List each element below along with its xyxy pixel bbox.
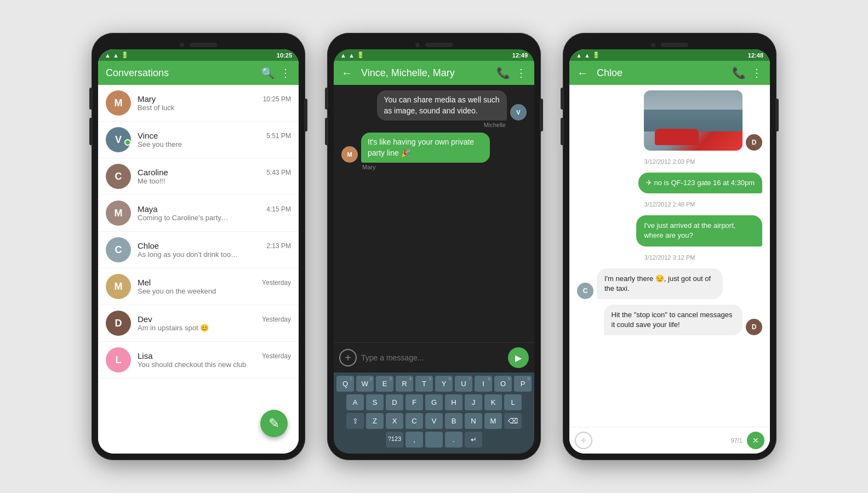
- send-button-2[interactable]: ▶: [508, 347, 529, 368]
- key-return[interactable]: ↵: [465, 432, 482, 448]
- chat-title-3: Chloe: [597, 67, 727, 79]
- key-symbols[interactable]: ?123: [386, 432, 403, 448]
- key-y[interactable]: 6Y: [435, 376, 453, 392]
- key-k[interactable]: K: [484, 394, 502, 410]
- key-w[interactable]: 2W: [356, 376, 374, 392]
- key-space[interactable]: [425, 432, 443, 448]
- conversation-item-caroline[interactable]: C Caroline 5:43 PM Me too!!!: [98, 158, 299, 195]
- conversation-item-maya[interactable]: M Maya 4:15 PM Coming to Caroline's part…: [98, 195, 299, 232]
- key-n[interactable]: N: [465, 413, 482, 429]
- key-i[interactable]: 8I: [475, 376, 492, 392]
- key-e[interactable]: 3E: [376, 376, 393, 392]
- wifi-icon-1: ▲: [113, 52, 119, 59]
- key-j[interactable]: J: [465, 394, 482, 410]
- message-input-2[interactable]: [361, 353, 504, 362]
- conv-preview-vince: See you there: [138, 140, 291, 148]
- power-button-1[interactable]: [304, 99, 307, 131]
- key-v[interactable]: V: [425, 413, 443, 429]
- chat-input-area-2: + ▶: [334, 342, 534, 372]
- key-d[interactable]: D: [386, 394, 403, 410]
- conversation-item-mel[interactable]: M Mel Yesterday See you on the weekend: [98, 268, 299, 305]
- conv-info-chloe: Chloe 2:13 PM As long as you don't drink…: [138, 241, 291, 259]
- message-row-michelle: You can share media as well such as imag…: [341, 90, 527, 121]
- volume-down-3[interactable]: [561, 118, 564, 145]
- avatar-caroline: C: [106, 164, 131, 189]
- power-button-2[interactable]: [540, 99, 543, 131]
- volume-up-3[interactable]: [561, 88, 564, 110]
- volume-down-1[interactable]: [89, 118, 93, 145]
- toolbar-1: Conversations 🔍 ⋮: [98, 61, 299, 85]
- avatar-chloe: C: [106, 237, 131, 262]
- key-period[interactable]: .: [445, 432, 462, 448]
- key-f[interactable]: F: [406, 394, 423, 410]
- conversation-item-chloe[interactable]: C Chloe 2:13 PM As long as you don't dri…: [98, 232, 299, 268]
- back-button-2[interactable]: ←: [341, 67, 352, 79]
- key-b[interactable]: B: [445, 413, 462, 429]
- conv-info-lisa: Lisa Yesterday You should checkout this …: [138, 351, 291, 369]
- conv-preview-maya: Coming to Caroline's party…: [138, 214, 291, 222]
- key-h[interactable]: H: [445, 394, 462, 410]
- volume-down-2[interactable]: [325, 118, 328, 145]
- compose-fab[interactable]: ✎: [260, 410, 288, 437]
- conv-preview-dev: Am in upstairs spot 😊: [138, 324, 291, 332]
- conversation-item-dev[interactable]: D Dev Yesterday Am in upstairs spot 😊: [98, 305, 299, 342]
- conversation-item-vince[interactable]: V Vince 5:51 PM See you there: [98, 122, 299, 158]
- menu-icon-1[interactable]: ⋮: [280, 66, 291, 79]
- key-a[interactable]: A: [346, 394, 364, 410]
- key-u[interactable]: 7U: [455, 376, 472, 392]
- key-p[interactable]: 0P: [514, 376, 532, 392]
- volume-up-2[interactable]: [325, 88, 328, 110]
- avatar-mel: M: [106, 274, 131, 299]
- attach-button[interactable]: +: [339, 349, 357, 366]
- key-l[interactable]: L: [504, 394, 522, 410]
- keyboard-row-4: ?123 , . ↵: [336, 432, 532, 448]
- msg-row-image: D: [577, 90, 762, 151]
- volume-up-1[interactable]: [89, 88, 93, 110]
- phone-1-screen: ▲ ▲ 🔋 10:25 Conversations 🔍 ⋮ M Mary: [98, 49, 299, 454]
- power-button-3[interactable]: [775, 99, 779, 131]
- key-z[interactable]: Z: [366, 413, 384, 429]
- msg-name-michelle: Michelle: [484, 122, 506, 128]
- signal-icon-3: ▲: [576, 52, 582, 59]
- conversation-item-mary[interactable]: M Mary 10:25 PM Best of luck: [98, 85, 299, 122]
- message-row-mary: M It's like having your own private part…: [341, 133, 526, 163]
- keyboard-row-1: 1Q 2W 3E 4R 5T 6Y 7U 8I 9O 0P: [336, 376, 532, 392]
- conv-time-mel: Yesterday: [262, 279, 291, 286]
- key-r[interactable]: 4R: [396, 376, 413, 392]
- conversation-item-lisa[interactable]: L Lisa Yesterday You should checkout thi…: [98, 342, 299, 379]
- avatar-lisa: L: [106, 347, 131, 372]
- phone-icon-2[interactable]: 📞: [496, 66, 510, 79]
- key-s[interactable]: S: [366, 394, 384, 410]
- img-car: [655, 129, 699, 145]
- message-input-3[interactable]: [597, 436, 727, 445]
- back-button-3[interactable]: ←: [577, 67, 588, 79]
- conv-name-caroline: Caroline: [138, 168, 168, 177]
- key-q[interactable]: 1Q: [336, 376, 354, 392]
- attach-button-3[interactable]: +: [575, 432, 592, 449]
- key-t[interactable]: 5T: [415, 376, 433, 392]
- wifi-icon-2: ▲: [349, 52, 355, 59]
- cancel-send-button[interactable]: ✕: [747, 432, 764, 449]
- key-c[interactable]: C: [406, 413, 423, 429]
- chat-input-area-3: + 97/1 ✕: [569, 427, 770, 454]
- conv-time-lisa: Yesterday: [262, 352, 291, 360]
- key-g[interactable]: G: [425, 394, 443, 410]
- search-icon[interactable]: 🔍: [261, 66, 275, 79]
- menu-icon-2[interactable]: ⋮: [516, 66, 527, 79]
- key-shift[interactable]: ⇧: [346, 413, 364, 429]
- msg-sender-mary: M It's like having your own private part…: [341, 133, 527, 170]
- key-x[interactable]: X: [386, 413, 403, 429]
- menu-icon-3[interactable]: ⋮: [751, 66, 762, 79]
- msg-avatar-chloe: C: [577, 283, 593, 299]
- time-2: 12:49: [512, 52, 528, 59]
- key-m[interactable]: M: [484, 413, 502, 429]
- conv-time-dev: Yesterday: [262, 316, 291, 323]
- phone-2: ▲ ▲ 🔋 12:49 ← Vince, Michelle, Mary 📞 ⋮: [327, 33, 541, 460]
- key-comma[interactable]: ,: [406, 432, 423, 448]
- key-o[interactable]: 9O: [494, 376, 512, 392]
- key-delete[interactable]: ⌫: [504, 413, 522, 429]
- conv-time-vince: 5:51 PM: [266, 132, 291, 140]
- timestamp-1: 3/12/2012 2:03 PM: [577, 158, 762, 165]
- phone-icon-3[interactable]: 📞: [732, 66, 746, 79]
- keyboard-row-2: A S D F G H J K L: [336, 394, 532, 410]
